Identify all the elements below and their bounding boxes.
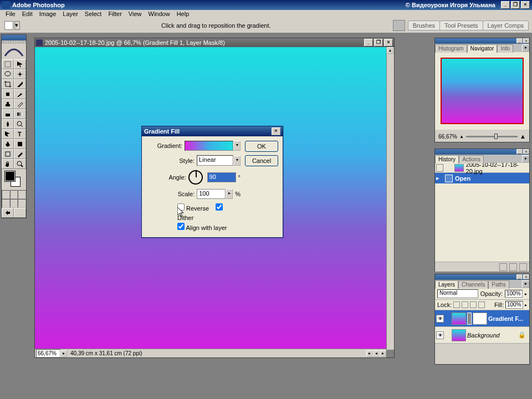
history-source-icon[interactable] [436, 164, 443, 172]
brush-tool-icon[interactable] [14, 89, 26, 99]
history-selector-icon[interactable]: ▸ [436, 175, 444, 182]
hscroll-left[interactable]: ◂ [373, 350, 380, 357]
scale-stepper[interactable]: ▸ [226, 189, 233, 199]
navigator-zoom-value[interactable]: 66,67% [438, 134, 457, 140]
layer-row[interactable]: 👁 Gradient F... [435, 310, 529, 327]
menu-image[interactable]: Image [36, 10, 60, 18]
layer-name[interactable]: Background [467, 332, 500, 339]
menu-layer[interactable]: Layer [59, 10, 81, 18]
tool-preset-dropdown[interactable]: ▾ [14, 21, 20, 30]
delete-state-icon[interactable] [519, 263, 527, 271]
opacity-input[interactable]: 100% [505, 290, 523, 298]
menu-filter[interactable]: Filter [105, 10, 125, 18]
gradient-dropdown-button[interactable]: ▾ [233, 141, 241, 151]
palette-well-icon[interactable] [393, 20, 405, 31]
dialog-titlebar[interactable]: Gradient Fill × [142, 126, 283, 136]
zoom-out-icon[interactable]: ▲ [459, 134, 464, 139]
layer-thumbnail[interactable] [452, 329, 466, 341]
menu-help[interactable]: Help [173, 10, 193, 18]
document-titlebar[interactable]: 2005-10-02--17-18-20.jpg @ 66,7% (Gradie… [35, 38, 394, 47]
style-dropdown-button[interactable]: ▾ [233, 156, 241, 166]
dialog-close-button[interactable]: × [272, 127, 280, 135]
screenmode-standard-icon[interactable] [2, 199, 10, 208]
panel-close-button[interactable]: × [523, 149, 529, 154]
panel-titlebar[interactable]: _× [435, 38, 529, 44]
maximize-button[interactable]: ❐ [511, 1, 520, 9]
layer-row[interactable]: 👁 Background 🔒 [435, 327, 529, 344]
navigator-thumbnail[interactable] [441, 58, 524, 124]
lock-pixels-icon[interactable] [462, 301, 468, 308]
style-select[interactable]: Linear [197, 155, 233, 166]
tab-history[interactable]: History [435, 155, 459, 163]
menu-select[interactable]: Select [81, 10, 105, 18]
new-snapshot-icon[interactable] [509, 263, 517, 271]
slice-tool-icon[interactable] [14, 79, 26, 89]
color-swatches[interactable] [2, 169, 26, 190]
pen-tool-icon[interactable] [2, 139, 14, 149]
hand-tool-icon[interactable] [2, 159, 14, 169]
vertical-scrollbar[interactable]: ▴ [386, 47, 394, 350]
fill-input[interactable]: 100% [505, 301, 523, 309]
tab-layers[interactable]: Layers [435, 280, 458, 289]
screenmode-full-menu-icon[interactable] [10, 199, 18, 208]
new-doc-from-state-icon[interactable] [499, 263, 507, 271]
angle-input[interactable]: 90 [207, 172, 236, 182]
lock-transparency-icon[interactable] [453, 301, 460, 308]
history-snapshot-row[interactable]: 2005-10-02--17-18-20.jpg [435, 163, 529, 173]
history-brush-tool-icon[interactable] [14, 99, 26, 109]
zoom-slider[interactable] [466, 136, 518, 137]
jump-to-imageready-icon[interactable] [2, 208, 14, 218]
quickmask-standard-icon[interactable] [2, 190, 10, 199]
opacity-stepper[interactable]: ▸ [525, 291, 527, 296]
eyedropper-tool-icon[interactable] [14, 149, 26, 159]
tab-navigator[interactable]: Navigator [467, 44, 498, 53]
layer-thumbnail[interactable] [452, 313, 466, 325]
marquee-tool-icon[interactable] [2, 59, 14, 69]
gradient-tool-icon[interactable] [14, 109, 26, 119]
tab-channels[interactable]: Channels [458, 280, 488, 289]
doc-close-button[interactable]: × [384, 39, 393, 47]
zoom-menu-button[interactable]: ▸ [60, 350, 67, 357]
screenmode-full-icon[interactable] [18, 199, 26, 208]
align-checkbox[interactable]: Align with layer [177, 224, 227, 231]
menu-edit[interactable]: Edit [19, 10, 36, 18]
panel-menu-button[interactable]: ▸ [522, 44, 529, 52]
notes-tool-icon[interactable] [2, 149, 14, 159]
zoom-input[interactable]: 66,67% [36, 349, 60, 357]
visibility-icon[interactable]: 👁 [436, 331, 444, 339]
heal-tool-icon[interactable] [2, 89, 14, 99]
panel-titlebar[interactable]: _× [435, 149, 529, 155]
lock-position-icon[interactable] [470, 301, 477, 308]
close-button[interactable]: × [521, 1, 530, 9]
lasso-tool-icon[interactable] [2, 69, 14, 79]
wand-tool-icon[interactable] [14, 69, 26, 79]
quickmask-icon[interactable] [18, 190, 26, 199]
toolbox-title[interactable] [2, 35, 26, 40]
doc-minimize-button[interactable]: _ [364, 39, 373, 47]
hscroll-right[interactable]: ▸ [380, 350, 386, 357]
history-step-row[interactable]: ▸ Open [435, 173, 529, 183]
layer-name[interactable]: Gradient F... [488, 315, 523, 322]
zoom-tool-icon[interactable] [14, 159, 26, 169]
eraser-tool-icon[interactable] [2, 109, 14, 119]
shape-tool-icon[interactable] [14, 139, 26, 149]
foreground-color-swatch[interactable] [5, 171, 15, 181]
menu-view[interactable]: View [125, 10, 145, 18]
tab-tool-presets[interactable]: Tool Presets [439, 21, 483, 30]
layer-mask-thumbnail[interactable] [473, 313, 487, 325]
visibility-icon[interactable]: 👁 [436, 315, 444, 323]
tab-paths[interactable]: Paths [488, 280, 509, 289]
cancel-button[interactable]: Cancel [245, 155, 278, 166]
ok-button[interactable]: OK [245, 141, 278, 152]
lock-all-icon[interactable] [478, 301, 485, 308]
type-tool-icon[interactable]: T [14, 129, 26, 139]
layer-link-icon[interactable] [467, 313, 472, 325]
menu-window[interactable]: Window [145, 10, 173, 18]
jump-icon[interactable] [14, 208, 26, 218]
doc-maximize-button[interactable]: ❐ [374, 39, 383, 47]
tab-actions[interactable]: Actions [459, 155, 484, 163]
panel-close-button[interactable]: × [523, 274, 529, 279]
fill-stepper[interactable]: ▸ [525, 303, 527, 308]
scale-input[interactable]: 100 [197, 189, 226, 199]
move-tool-icon[interactable] [14, 59, 26, 69]
